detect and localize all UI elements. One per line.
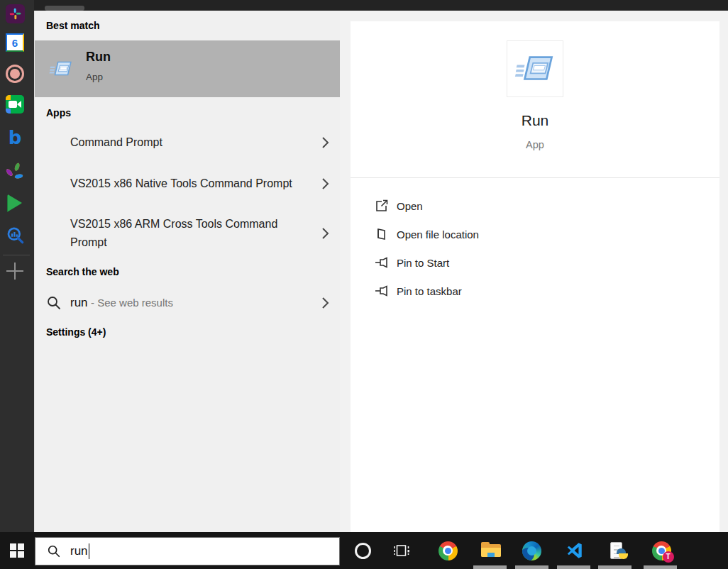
task-view-icon bbox=[393, 543, 410, 558]
record-icon[interactable] bbox=[4, 63, 26, 84]
running-indicator bbox=[598, 565, 632, 569]
run-app-icon-large bbox=[514, 48, 556, 89]
taskbar: run bbox=[0, 532, 728, 569]
file-location-icon bbox=[375, 227, 389, 241]
action-open[interactable]: Open bbox=[351, 192, 719, 220]
slack-icon[interactable] bbox=[4, 3, 26, 24]
apps-header: Apps bbox=[46, 107, 71, 118]
pin-icon bbox=[375, 284, 390, 298]
best-match-type: App bbox=[86, 72, 103, 82]
running-indicator bbox=[557, 565, 590, 569]
play-icon[interactable] bbox=[4, 192, 26, 214]
running-indicator bbox=[644, 565, 677, 569]
chevron-right-icon[interactable] bbox=[321, 136, 329, 149]
vscode-taskbar-button[interactable] bbox=[558, 532, 592, 569]
app-row-command-prompt[interactable]: Command Prompt bbox=[35, 128, 341, 158]
meet-icon[interactable] bbox=[4, 94, 26, 115]
preview-divider bbox=[351, 177, 719, 178]
vscode-icon bbox=[566, 541, 584, 560]
chrome-taskbar-button[interactable] bbox=[431, 532, 465, 569]
add-icon[interactable] bbox=[4, 260, 26, 282]
file-explorer-icon bbox=[481, 543, 501, 558]
cortana-button[interactable] bbox=[346, 532, 380, 569]
notepad-python-icon bbox=[609, 541, 628, 560]
background-window-titlebar bbox=[34, 0, 728, 11]
app-row-label: VS2015 x86 Native Tools Command Prompt bbox=[70, 175, 304, 193]
background-window-tab bbox=[45, 6, 84, 11]
preview-card: Run App Open Open file location bbox=[351, 21, 719, 532]
windows-logo-icon bbox=[10, 543, 24, 558]
web-search-hint: - See web results bbox=[91, 297, 173, 309]
best-match-title: Run bbox=[86, 50, 111, 65]
profile-badge: T bbox=[663, 551, 674, 563]
bing-icon[interactable]: b bbox=[4, 127, 26, 148]
web-search-query: run bbox=[70, 296, 88, 309]
chrome-icon bbox=[439, 541, 458, 560]
search-icon bbox=[46, 295, 62, 311]
action-pin-to-taskbar[interactable]: Pin to taskbar bbox=[351, 277, 719, 305]
run-app-icon bbox=[49, 57, 73, 81]
running-indicator bbox=[473, 565, 507, 569]
task-view-button[interactable] bbox=[385, 532, 419, 569]
chrome-profile-taskbar-button[interactable]: T bbox=[644, 532, 678, 569]
open-icon bbox=[375, 199, 389, 213]
best-match-result-run[interactable]: Run App bbox=[35, 40, 341, 97]
web-search-label: run - See web results bbox=[70, 294, 304, 312]
action-label: Open file location bbox=[397, 228, 479, 241]
app-row-label: VS2015 x86 ARM Cross Tools Command Promp… bbox=[70, 215, 304, 252]
app-row-label: Command Prompt bbox=[70, 133, 304, 152]
app-row-vs2015-native[interactable]: VS2015 x86 Native Tools Command Prompt bbox=[35, 162, 341, 206]
action-label: Pin to taskbar bbox=[397, 285, 462, 297]
chrome-profile-icon: T bbox=[652, 541, 671, 560]
file-explorer-taskbar-button[interactable] bbox=[474, 532, 508, 569]
settings-header: Settings (4+) bbox=[46, 326, 106, 338]
chevron-right-icon[interactable] bbox=[321, 177, 329, 190]
notepad-python-taskbar-button[interactable] bbox=[601, 532, 635, 569]
search-input-value: run bbox=[70, 544, 88, 558]
search-web-header: Search the web bbox=[46, 266, 119, 277]
running-indicator bbox=[515, 565, 548, 569]
action-pin-to-start[interactable]: Pin to Start bbox=[351, 248, 719, 277]
dock-divider bbox=[3, 255, 30, 255]
action-label: Open bbox=[397, 200, 423, 212]
start-button[interactable] bbox=[0, 532, 34, 569]
pinwheel-photos-icon[interactable] bbox=[4, 161, 26, 182]
preview-icon-box bbox=[507, 40, 563, 97]
app-dock: 6 b bbox=[0, 0, 34, 532]
search-analytics-icon[interactable] bbox=[4, 224, 26, 245]
chevron-right-icon[interactable] bbox=[321, 227, 329, 240]
edge-taskbar-button[interactable] bbox=[514, 532, 548, 569]
taskbar-search-input[interactable]: run bbox=[35, 537, 340, 565]
text-cursor bbox=[89, 543, 90, 559]
preview-title: Run bbox=[351, 112, 719, 129]
search-results-pane: Best match Run App Apps Command Prompt bbox=[34, 11, 340, 532]
best-match-header: Best match bbox=[46, 20, 99, 31]
preview-pane: Run App Open Open file location bbox=[340, 11, 728, 532]
pin-icon bbox=[375, 255, 390, 270]
preview-type: App bbox=[351, 139, 719, 150]
action-label: Pin to Start bbox=[397, 257, 449, 269]
calendar-day-number: 6 bbox=[12, 38, 18, 48]
app-row-vs2015-arm[interactable]: VS2015 x86 ARM Cross Tools Command Promp… bbox=[35, 211, 341, 255]
cortana-icon bbox=[355, 543, 371, 559]
calendar-icon[interactable]: 6 bbox=[4, 32, 26, 53]
action-open-file-location[interactable]: Open file location bbox=[351, 220, 719, 248]
edge-icon bbox=[522, 541, 541, 560]
search-icon bbox=[47, 544, 61, 558]
chevron-right-icon[interactable] bbox=[321, 297, 329, 309]
web-search-row[interactable]: run - See web results bbox=[35, 287, 341, 319]
windows-search-screen: 6 b bbox=[0, 0, 728, 569]
